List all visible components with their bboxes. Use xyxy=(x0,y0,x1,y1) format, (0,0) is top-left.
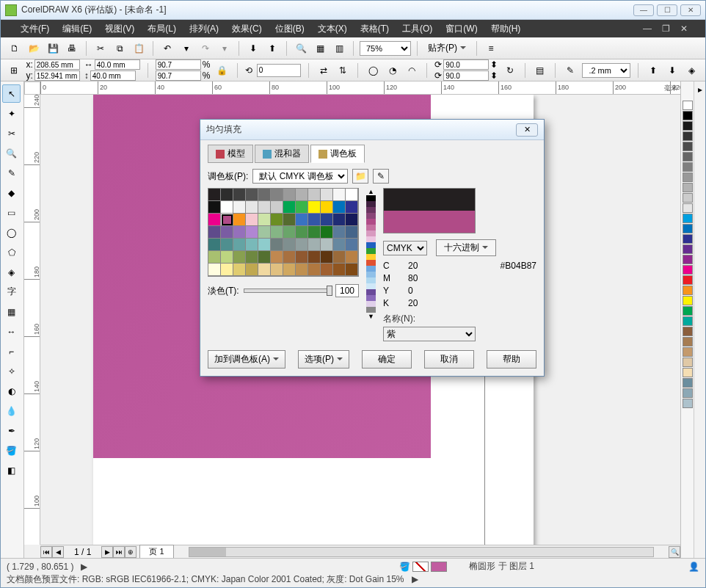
add-to-palette-button[interactable]: 加到调色板(A) xyxy=(208,350,285,369)
ok-button[interactable]: 确定 xyxy=(362,350,412,369)
color-swatch[interactable] xyxy=(246,239,258,251)
menu-item[interactable]: 文件(F) xyxy=(14,20,56,38)
palette-swatch[interactable] xyxy=(683,234,693,244)
lock-ratio-icon[interactable]: 🔒 xyxy=(214,62,229,79)
tint-swatch[interactable] xyxy=(366,254,376,260)
color-swatch[interactable] xyxy=(296,251,308,264)
shape-tool[interactable]: ✦ xyxy=(2,104,21,123)
color-swatch[interactable] xyxy=(258,226,271,239)
color-swatch[interactable] xyxy=(271,201,283,214)
color-swatch[interactable] xyxy=(246,251,258,264)
tint-swatch[interactable] xyxy=(366,289,376,295)
welcome-icon[interactable]: ▥ xyxy=(331,40,347,57)
doc-close[interactable]: ✕ xyxy=(676,22,692,35)
tint-swatch[interactable] xyxy=(366,301,376,307)
palette-swatch[interactable] xyxy=(683,193,693,203)
rectangle-tool[interactable]: ▭ xyxy=(2,203,21,222)
color-swatch[interactable] xyxy=(296,201,308,214)
color-swatch[interactable] xyxy=(271,264,283,276)
options-button[interactable]: 选项(P) xyxy=(298,350,349,369)
palette-swatch[interactable] xyxy=(683,275,693,285)
color-swatch[interactable] xyxy=(258,189,271,201)
connector-tool[interactable]: ⌐ xyxy=(2,342,21,360)
print-icon[interactable]: 🖶 xyxy=(64,40,80,57)
palette-swatch[interactable] xyxy=(683,183,693,192)
color-swatch[interactable] xyxy=(308,251,321,264)
color-swatch[interactable] xyxy=(221,251,233,264)
import-icon[interactable]: ⬇ xyxy=(245,40,261,57)
app-launcher-icon[interactable]: ▦ xyxy=(312,40,328,57)
direction-icon[interactable]: ↻ xyxy=(502,62,517,79)
prev-page[interactable]: ◀ xyxy=(52,546,64,558)
tint-swatch[interactable] xyxy=(366,283,376,289)
options-icon[interactable]: ≡ xyxy=(483,40,499,57)
color-swatch[interactable] xyxy=(246,264,258,276)
dimension-tool[interactable]: ↔ xyxy=(2,322,21,341)
close-button[interactable]: ✕ xyxy=(680,4,701,16)
color-swatch[interactable] xyxy=(283,264,296,276)
height-input[interactable] xyxy=(90,70,136,81)
palette-swatch[interactable] xyxy=(683,121,693,131)
hex-mode-button[interactable]: 十六进制 xyxy=(436,239,496,256)
user-icon[interactable]: 👤 xyxy=(688,562,699,572)
no-fill-swatch[interactable] xyxy=(412,562,429,572)
color-swatch[interactable] xyxy=(333,226,346,239)
palette-swatch[interactable] xyxy=(683,286,693,295)
tint-swatch[interactable] xyxy=(366,307,376,313)
y-input[interactable] xyxy=(34,70,80,81)
dialog-tab[interactable]: 调色板 xyxy=(310,145,365,163)
scale-x-input[interactable] xyxy=(156,59,201,70)
color-swatch[interactable] xyxy=(321,264,333,276)
palette-swatch[interactable] xyxy=(683,306,693,316)
color-swatch[interactable] xyxy=(233,264,246,276)
palette-swatch[interactable] xyxy=(683,131,693,141)
color-swatch[interactable] xyxy=(221,201,233,214)
menu-item[interactable]: 视图(V) xyxy=(98,20,141,38)
color-swatch[interactable] xyxy=(283,226,296,239)
color-swatch[interactable] xyxy=(283,214,296,226)
maximize-button[interactable]: ☐ xyxy=(657,4,677,16)
color-swatch[interactable] xyxy=(221,214,233,226)
undo-drop-icon[interactable]: ▾ xyxy=(178,40,194,57)
color-swatch[interactable] xyxy=(233,251,246,264)
menu-item[interactable]: 文本(X) xyxy=(311,20,354,38)
snap-dropdown[interactable]: 贴齐(P) xyxy=(423,42,470,54)
color-swatch[interactable] xyxy=(208,239,221,251)
slider-thumb[interactable] xyxy=(327,286,332,296)
palette-swatch[interactable] xyxy=(683,265,693,275)
color-swatch[interactable] xyxy=(283,239,296,251)
menu-item[interactable]: 效果(C) xyxy=(225,20,269,38)
outline-tool[interactable]: ✒ xyxy=(2,421,21,440)
redo-drop-icon[interactable]: ▾ xyxy=(216,40,233,57)
color-swatch[interactable] xyxy=(233,214,246,226)
color-swatch[interactable] xyxy=(308,201,321,214)
crop-tool[interactable]: ✂ xyxy=(2,124,21,142)
color-swatch[interactable] xyxy=(321,226,333,239)
next-page[interactable]: ▶ xyxy=(101,546,113,558)
add-page[interactable]: ⊕ xyxy=(125,546,137,558)
color-swatch[interactable] xyxy=(271,189,283,201)
palette-select[interactable]: 默认 CMYK 调色板 xyxy=(252,169,348,184)
convert-curves-icon[interactable]: ◈ xyxy=(685,62,699,79)
color-swatch[interactable] xyxy=(296,239,308,251)
color-swatch[interactable] xyxy=(233,239,246,251)
color-swatch[interactable] xyxy=(258,264,271,276)
color-swatch[interactable] xyxy=(321,189,333,201)
color-swatch[interactable] xyxy=(346,264,358,276)
color-swatch[interactable] xyxy=(333,251,346,264)
menu-item[interactable]: 排列(A) xyxy=(183,20,225,38)
menu-item[interactable]: 表格(T) xyxy=(354,20,396,38)
open-icon[interactable]: 📂 xyxy=(26,40,42,57)
palette-swatch[interactable] xyxy=(683,142,693,151)
outline-width[interactable]: .2 mm xyxy=(582,63,630,78)
search-icon[interactable]: 🔍 xyxy=(293,40,309,57)
color-swatch[interactable] xyxy=(346,239,358,251)
color-swatch[interactable] xyxy=(271,226,283,239)
tint-swatch[interactable] xyxy=(366,260,376,266)
title-bar[interactable]: CorelDRAW X6 (评估版) - [未命名 -1] — ☐ ✕ xyxy=(1,1,705,20)
paste-icon[interactable]: 📋 xyxy=(131,40,147,57)
color-swatch[interactable] xyxy=(333,239,346,251)
color-swatch[interactable] xyxy=(321,251,333,264)
tint-slider[interactable] xyxy=(244,288,331,293)
color-swatch[interactable] xyxy=(283,201,296,214)
